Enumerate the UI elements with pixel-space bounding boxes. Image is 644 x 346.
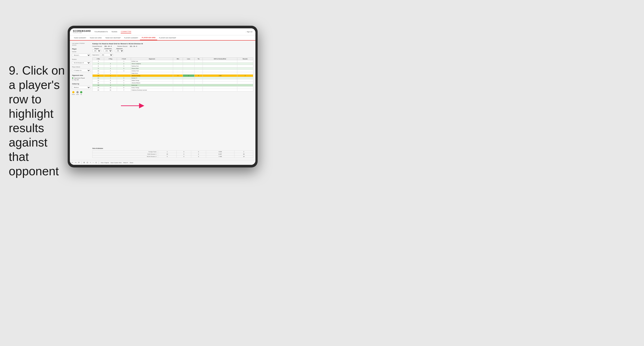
- table-row[interactable]: 31Esther Lee: [92, 60, 253, 63]
- table-cell: Sharon Mun: [131, 67, 173, 70]
- table-cell: [237, 60, 253, 63]
- table-cell: Stella Cheng: [131, 79, 173, 82]
- table-row[interactable]: 19106Emily Chang: [92, 87, 253, 89]
- nav-teams[interactable]: TEAMS: [111, 30, 118, 33]
- table-cell: 3: [92, 60, 104, 63]
- table-cell: 7: [104, 77, 117, 79]
- sub-nav-team-h2h-heatmap[interactable]: TEAM H2H HEATMAP: [104, 35, 122, 40]
- table-cell: [203, 82, 237, 84]
- out-of-division-row[interactable]: Foreign Team1004.5002: [92, 151, 253, 153]
- colour-by-label: Colour by: [72, 83, 90, 85]
- opponent-view-radio-group: Opponents Played Top 100: [72, 77, 90, 80]
- opponents-select[interactable]: (All): [100, 54, 113, 56]
- conference-filter: Conference (All): [104, 48, 112, 52]
- zoom-out-button[interactable]: −: [93, 162, 94, 164]
- nav-committee[interactable]: COMMITTEE: [121, 30, 131, 33]
- table-wrapper: # Div # Reg # Conf Opponent Win Loss Tie…: [92, 58, 253, 146]
- copy-button[interactable]: ⊡: [87, 162, 88, 164]
- table-row[interactable]: 613Sydney Kuo: [92, 65, 253, 67]
- table-cell: 2: [117, 84, 131, 87]
- table-row[interactable]: 1063Andrea York: [92, 70, 253, 72]
- table-cell: [183, 63, 194, 65]
- player-rank-select[interactable]: 8. Katelyn Vo: [72, 69, 90, 72]
- table-cell: Esther Lee: [131, 60, 173, 63]
- division-select[interactable]: NCAA Division III: [72, 61, 90, 64]
- zoom-in-button[interactable]: +: [90, 162, 91, 164]
- table-cell: 13: [92, 72, 104, 75]
- table-row[interactable]: 1691Jessica Mason: [92, 82, 253, 84]
- out-div-cell: NCAA Division 2: [92, 156, 158, 158]
- gender-label-text: Gender: [72, 51, 90, 52]
- colour-by-select[interactable]: Win/loss: [72, 86, 90, 89]
- table-cell: 20: [92, 89, 104, 91]
- conference-select[interactable]: (All): [104, 49, 112, 52]
- radio-opponents-played[interactable]: Opponents Played: [72, 77, 90, 79]
- table-cell: [194, 65, 203, 67]
- table-cell: [237, 65, 253, 67]
- table-row[interactable]: 1822Euna Lee: [92, 84, 253, 87]
- table-cell: [203, 60, 237, 63]
- view-original-button[interactable]: View: Original: [101, 162, 109, 163]
- table-cell: 2: [237, 75, 253, 77]
- out-div-cell: 9.267: [206, 153, 234, 156]
- colour-level: Level: [76, 91, 79, 95]
- sign-out-button[interactable]: Sign out: [247, 31, 252, 32]
- radio-top100[interactable]: Top 100: [72, 79, 90, 80]
- table-row[interactable]: 20117Federica Domecq Lacroze: [92, 89, 253, 91]
- opponent-select[interactable]: (All): [115, 49, 124, 52]
- out-div-cell: 7.400: [206, 156, 234, 158]
- out-of-division-row[interactable]: NCAA Division 25007.40010: [92, 156, 253, 158]
- table-cell: [173, 77, 183, 79]
- main-content: Last Updated: 27/03/2024 16:55:28 Player…: [70, 40, 256, 160]
- table-row[interactable]: 131Haeji Hyun: [92, 72, 253, 75]
- table-cell: 19: [92, 87, 104, 89]
- table-row[interactable]: 131Jessica Huang010-3.002: [92, 75, 253, 77]
- table-cell: [194, 79, 203, 82]
- table-cell: 4: [117, 67, 131, 70]
- grid-button[interactable]: ⊞: [84, 162, 85, 164]
- table-cell: Jessica Mason: [131, 82, 173, 84]
- region-filter: Region (All): [92, 48, 101, 52]
- watch-button[interactable]: Watch ▾: [123, 162, 128, 163]
- table-cell: [194, 63, 203, 65]
- out-div-cell: 10: [234, 156, 253, 158]
- opponent-view-label: Opponent view: [72, 75, 90, 76]
- share-button[interactable]: Share: [130, 162, 133, 163]
- table-row[interactable]: 1585Stella Cheng: [92, 79, 253, 82]
- table-cell: Sydney Kuo: [131, 65, 173, 67]
- sub-nav-team-summary[interactable]: TEAM SUMMARY: [72, 35, 88, 40]
- gender-select[interactable]: Women's: [72, 54, 90, 57]
- out-div-cell: 15: [158, 153, 176, 156]
- table-cell: 16: [92, 82, 104, 84]
- out-div-cell: 0: [176, 153, 191, 156]
- table-row[interactable]: 522Alexis Sudijanto: [92, 63, 253, 65]
- sub-nav-player-h2h-grid[interactable]: PLAYER H2H GRID: [140, 35, 157, 40]
- table-cell: Andrea York: [131, 70, 173, 72]
- annotation-text: 9. Click on a player's row to highlight …: [9, 63, 66, 178]
- nav-tournaments[interactable]: TOURNAMENTS: [94, 30, 108, 33]
- refresh-button[interactable]: ⟳: [78, 162, 80, 164]
- tablet-screen: SCOREBOARD Powered by clippd TOURNAMENTS…: [70, 28, 256, 165]
- table-row[interactable]: 1474Eunice Yi: [92, 77, 253, 79]
- sub-nav-player-h2h-heatmap[interactable]: PLAYER H2H HEATMAP: [157, 35, 178, 40]
- col-tie: Tie: [194, 58, 203, 60]
- col-diff: Diff Av Strokes/Rnd: [203, 58, 237, 60]
- focus-button[interactable]: ⊙: [96, 162, 97, 164]
- table-cell: [183, 70, 194, 72]
- table-cell: [117, 75, 131, 77]
- table-row[interactable]: 914Sharon Mun: [92, 67, 253, 70]
- table-cell: 9: [104, 82, 117, 84]
- region-select[interactable]: (All): [92, 49, 101, 52]
- save-custom-view-button[interactable]: Save Custom View: [110, 162, 122, 163]
- table-cell: 11: [104, 89, 117, 91]
- sub-nav-team-h2h-grid[interactable]: TEAM H2H GRID: [88, 35, 104, 40]
- table-cell: 1: [104, 75, 117, 77]
- table-cell: [117, 72, 131, 75]
- undo-button[interactable]: ↩: [72, 162, 73, 164]
- table-cell: Eunice Yi: [131, 77, 173, 79]
- table-cell: 7: [117, 89, 131, 91]
- out-div-cell: 0: [191, 153, 206, 156]
- sub-nav-player-summary[interactable]: PLAYER SUMMARY: [122, 35, 140, 40]
- out-of-division-row[interactable]: NAIA Division 115009.26730: [92, 153, 253, 156]
- redo-button[interactable]: ↪: [75, 162, 76, 164]
